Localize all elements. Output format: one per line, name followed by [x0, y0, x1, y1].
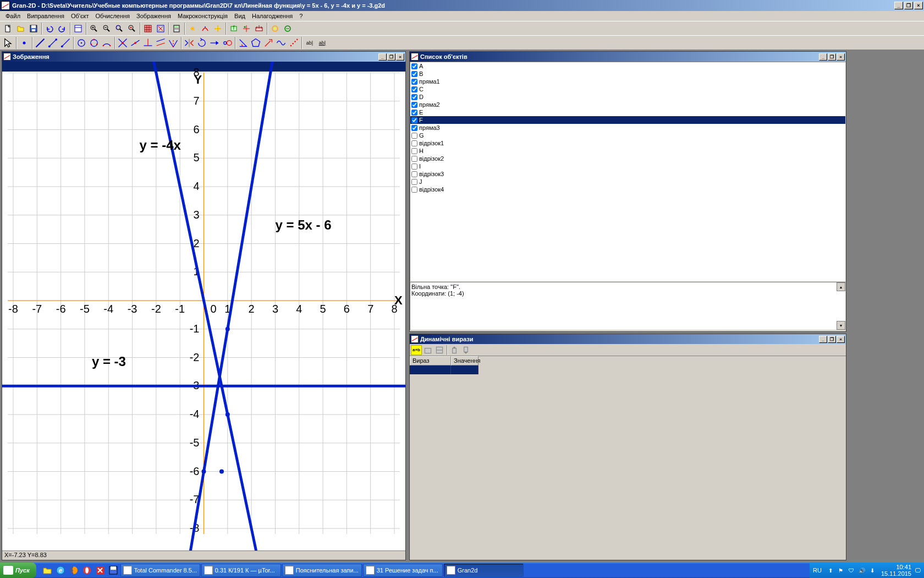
- tool-g-button[interactable]: [269, 23, 281, 35]
- expr-edit-button[interactable]: [434, 345, 445, 355]
- start-button[interactable]: Пуск: [0, 563, 36, 578]
- list-checkbox[interactable]: [411, 140, 417, 146]
- objects-close-button[interactable]: ×: [837, 53, 845, 61]
- ql-ie[interactable]: e: [54, 564, 67, 576]
- expr-col-value[interactable]: Значення: [451, 356, 479, 366]
- tool-e-button[interactable]: [240, 23, 252, 35]
- rotate-tool[interactable]: [196, 37, 208, 49]
- ql-firefox[interactable]: [68, 564, 80, 576]
- calc-button[interactable]: [170, 23, 183, 35]
- expr-del-button[interactable]: [422, 345, 433, 355]
- chart-canvas[interactable]: -8-7-6-5-4-3-2-112345678-8-7-6-5-4-3-2-1…: [2, 62, 405, 550]
- chart-close-button[interactable]: ×: [396, 53, 404, 61]
- segment-tool[interactable]: [47, 37, 59, 49]
- chart-titlebar[interactable]: Зображення _ ❐ ×: [2, 52, 405, 62]
- list-item[interactable]: відрізок3: [410, 170, 845, 178]
- list-checkbox[interactable]: [411, 187, 417, 193]
- menu-macro[interactable]: Макроконструкція: [174, 13, 231, 19]
- save-button[interactable]: [28, 23, 40, 35]
- list-checkbox[interactable]: [411, 179, 417, 185]
- bisector-tool[interactable]: [167, 37, 179, 49]
- tool-c-button[interactable]: [212, 23, 224, 35]
- ray-tool[interactable]: [59, 37, 72, 49]
- reflect-tool[interactable]: [183, 37, 195, 49]
- tool-a-button[interactable]: [186, 23, 199, 35]
- list-item[interactable]: H: [410, 147, 845, 155]
- objects-titlebar[interactable]: Список об'єктів _ ❐ ×: [410, 52, 846, 62]
- locus-tool[interactable]: [275, 37, 287, 49]
- minimize-button[interactable]: _: [894, 2, 903, 9]
- menu-help[interactable]: ?: [296, 13, 306, 19]
- list-item[interactable]: I: [410, 162, 845, 170]
- circle-tool[interactable]: [75, 37, 87, 49]
- expr-dn-button[interactable]: [460, 345, 471, 355]
- list-item[interactable]: J: [410, 178, 845, 186]
- redo-button[interactable]: [56, 23, 68, 35]
- zoom-out-button[interactable]: [101, 23, 113, 35]
- expr-row-selected[interactable]: [410, 366, 846, 374]
- list-item[interactable]: пряма1: [410, 78, 845, 85]
- ql-explorer[interactable]: [41, 564, 53, 576]
- clock[interactable]: 10:41 15.11.2015: [881, 564, 911, 577]
- objects-max-button[interactable]: ❐: [828, 53, 836, 61]
- menu-debug[interactable]: Налагодження: [249, 13, 296, 19]
- tool-h-button[interactable]: [282, 23, 294, 35]
- expr-col-expr[interactable]: Вираз: [410, 356, 451, 366]
- tray-icon-3[interactable]: 🛡: [847, 566, 856, 575]
- vector-tool[interactable]: [262, 37, 274, 49]
- tray-icon-2[interactable]: ⚑: [837, 566, 845, 575]
- info-scroll-down[interactable]: ▾: [837, 321, 845, 330]
- list-checkbox[interactable]: [411, 94, 417, 100]
- list-item[interactable]: пряма3: [410, 124, 845, 132]
- taskbar-task[interactable]: Gran2d: [444, 564, 524, 577]
- list-item[interactable]: A: [410, 62, 845, 70]
- autoscale-button[interactable]: [155, 23, 167, 35]
- objects-list[interactable]: ABпряма1CDпряма2EFпряма3Gвідрізок1Hвідрі…: [410, 62, 846, 282]
- menu-object[interactable]: Об'єкт: [68, 13, 92, 19]
- point-tool[interactable]: [18, 37, 30, 49]
- taskbar-task[interactable]: 31 Решение задач п...: [363, 564, 443, 577]
- zoom-fit-button[interactable]: [126, 23, 138, 35]
- language-indicator[interactable]: RU: [813, 567, 822, 574]
- taskbar-task[interactable]: Пояснительная запи...: [282, 564, 362, 577]
- list-item[interactable]: відрізок2: [410, 155, 845, 162]
- list-item[interactable]: C: [410, 85, 845, 93]
- chart-max-button[interactable]: ❐: [387, 53, 395, 61]
- expr-up-button[interactable]: [449, 345, 460, 355]
- midpoint-tool[interactable]: [129, 37, 141, 49]
- translate-tool[interactable]: [208, 37, 221, 49]
- expr-add-button[interactable]: a+b: [411, 345, 422, 355]
- list-item[interactable]: G: [410, 132, 845, 139]
- expr-close-button[interactable]: ×: [837, 336, 845, 343]
- tray-icon-4[interactable]: 🔊: [857, 566, 866, 575]
- new-button[interactable]: [2, 23, 14, 35]
- expr-table[interactable]: Вираз Значення: [410, 356, 846, 559]
- objects-min-button[interactable]: _: [819, 53, 827, 61]
- tray-icon-1[interactable]: ⬆: [826, 566, 835, 575]
- label-tool[interactable]: ab|: [316, 37, 328, 49]
- tool-b-button[interactable]: [199, 23, 211, 35]
- tool-d-button[interactable]: f: [228, 23, 240, 35]
- list-checkbox[interactable]: [411, 148, 417, 154]
- list-checkbox[interactable]: [411, 163, 417, 170]
- list-checkbox[interactable]: [411, 86, 417, 92]
- ql-app2[interactable]: [107, 564, 119, 576]
- list-item[interactable]: відрізок4: [410, 186, 845, 193]
- undo-button[interactable]: [43, 23, 56, 35]
- list-checkbox[interactable]: [411, 125, 417, 131]
- parallel-tool[interactable]: [155, 37, 167, 49]
- close-button[interactable]: ×: [914, 2, 923, 9]
- list-checkbox[interactable]: [411, 79, 417, 85]
- taskbar-task[interactable]: Total Commander 8.5...: [120, 564, 200, 577]
- list-item[interactable]: відрізок1: [410, 139, 845, 147]
- menu-view[interactable]: Вид: [231, 13, 249, 19]
- list-checkbox[interactable]: [411, 133, 417, 139]
- grid-button[interactable]: [142, 23, 154, 35]
- list-item[interactable]: F: [410, 116, 845, 124]
- list-item[interactable]: пряма2: [410, 101, 845, 108]
- pointer-tool[interactable]: [2, 37, 14, 49]
- tray-monitor-icon[interactable]: 🖵: [915, 567, 921, 574]
- expr-max-button[interactable]: ❐: [828, 336, 836, 343]
- maximize-button[interactable]: ❐: [904, 2, 913, 9]
- tray-icon-5[interactable]: ⬇: [868, 566, 877, 575]
